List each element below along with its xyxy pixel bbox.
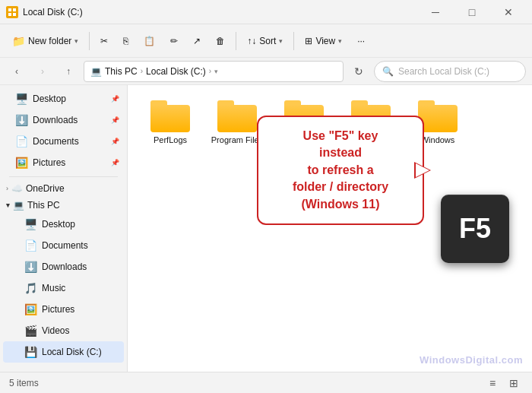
main-content: 🖥️ Desktop 📌 ⬇️ Downloads 📌 📄 Documents … xyxy=(0,85,532,372)
new-folder-button[interactable]: 📁 New folder ▾ xyxy=(6,29,84,53)
address-dropdown-chevron: ▾ xyxy=(214,68,218,75)
sidebar-item-downloads-pc-label: Downloads xyxy=(42,261,87,272)
forward-button[interactable]: › xyxy=(32,61,53,82)
sidebar-item-music-pc[interactable]: 🎵 Music xyxy=(3,277,124,299)
sidebar: 🖥️ Desktop 📌 ⬇️ Downloads 📌 📄 Documents … xyxy=(0,85,128,372)
pin-icon-4: 📌 xyxy=(111,159,119,166)
sidebar-item-pictures-pc[interactable]: 🖼️ Pictures xyxy=(3,299,124,320)
onedrive-label: OneDrive xyxy=(26,183,65,194)
back-button[interactable]: ‹ xyxy=(6,61,27,82)
window-title: Local Disk (C:) xyxy=(23,7,418,17)
copy-button[interactable]: ⎘ xyxy=(117,29,135,53)
callout-tooltip: Use "F5" key instead to refresh a folder… xyxy=(257,116,424,225)
svg-rect-0 xyxy=(8,8,11,11)
folder-label-perflogs: PerfLogs xyxy=(154,135,187,145)
f5-key: F5 xyxy=(441,195,509,263)
sort-button[interactable]: ↑↓ Sort ▾ xyxy=(241,29,289,53)
copy-icon: ⎘ xyxy=(123,36,128,46)
view-chevron: ▾ xyxy=(338,37,342,45)
sidebar-item-music-pc-label: Music xyxy=(42,283,65,293)
delete-icon: 🗑 xyxy=(216,36,225,46)
search-box[interactable]: 🔍 Search Local Disk (C:) xyxy=(374,61,526,82)
paste-button[interactable]: 📋 xyxy=(138,29,161,53)
toolbar: 📁 New folder ▾ ✂ ⎘ 📋 ✏ ↗ 🗑 ↑↓ Sort ▾ ⊞ V… xyxy=(0,24,532,58)
refresh-button[interactable]: ↻ xyxy=(348,61,369,82)
window-controls: ─ □ ✕ xyxy=(418,0,526,24)
sort-chevron: ▾ xyxy=(279,37,283,45)
sidebar-item-videos-pc-label: Videos xyxy=(42,325,69,336)
music-pc-icon: 🎵 xyxy=(24,282,37,294)
sidebar-item-videos-pc[interactable]: 🎬 Videos xyxy=(3,320,124,341)
sidebar-item-local-disk[interactable]: 💾 Local Disk (C:) xyxy=(3,341,124,363)
watermark: WindowsDigital.com xyxy=(420,354,523,366)
onedrive-icon: ☁️ xyxy=(11,183,23,194)
documents-icon: 📄 xyxy=(15,135,28,147)
downloads-icon: ⬇️ xyxy=(15,114,28,126)
pin-icon-2: 📌 xyxy=(111,116,119,124)
view-button[interactable]: ⊞ View ▾ xyxy=(299,29,348,53)
documents-pc-icon: 📄 xyxy=(24,239,37,252)
svg-rect-3 xyxy=(13,13,16,16)
sidebar-item-desktop-label: Desktop xyxy=(33,93,66,104)
cut-button[interactable]: ✂ xyxy=(94,29,114,53)
more-options-button[interactable]: ··· xyxy=(351,29,371,53)
folder-icon-program-files xyxy=(217,100,257,132)
this-pc-expand-arrow: ▾ xyxy=(6,201,10,209)
view-icon: ⊞ xyxy=(305,36,312,46)
grid-view-button[interactable]: ⊞ xyxy=(505,374,523,392)
cut-icon: ✂ xyxy=(100,36,108,46)
address-input[interactable]: 💻 This PC › Local Disk (C:) › ▾ xyxy=(84,61,344,82)
close-button[interactable]: ✕ xyxy=(491,0,526,24)
rename-button[interactable]: ✏ xyxy=(164,29,184,53)
file-area: PerfLogs Program Files Program Files (x8… xyxy=(128,85,532,372)
minimize-button[interactable]: ─ xyxy=(418,0,453,24)
sidebar-item-documents-pc[interactable]: 📄 Documents xyxy=(3,235,124,256)
folder-icon-perflogs xyxy=(150,100,190,132)
sidebar-item-desktop-pc-label: Desktop xyxy=(42,219,75,230)
share-button[interactable]: ↗ xyxy=(187,29,207,53)
pin-icon-3: 📌 xyxy=(111,138,119,145)
address-this-pc: This PC xyxy=(105,66,138,77)
onedrive-expand-arrow: › xyxy=(6,185,8,192)
search-icon: 🔍 xyxy=(382,66,394,77)
sidebar-onedrive[interactable]: › ☁️ OneDrive xyxy=(0,180,127,197)
list-view-button[interactable]: ≡ xyxy=(483,374,502,392)
svg-rect-1 xyxy=(13,8,16,11)
sidebar-item-downloads-pc[interactable]: ⬇️ Downloads xyxy=(3,256,124,277)
status-bar: 5 items ≡ ⊞ xyxy=(0,372,532,393)
search-placeholder: Search Local Disk (C:) xyxy=(398,66,489,77)
sort-icon: ↑↓ xyxy=(247,36,256,46)
sidebar-item-documents-pc-label: Documents xyxy=(42,240,88,251)
sidebar-item-desktop[interactable]: 🖥️ Desktop 📌 xyxy=(3,88,124,109)
address-chevron-1: › xyxy=(141,67,143,75)
sidebar-item-pictures[interactable]: 🖼️ Pictures 📌 xyxy=(3,152,124,173)
rename-icon: ✏ xyxy=(170,36,178,46)
items-count: 5 items xyxy=(9,378,39,388)
sidebar-this-pc[interactable]: ▾ 💻 This PC xyxy=(0,197,127,214)
sidebar-item-downloads[interactable]: ⬇️ Downloads 📌 xyxy=(3,109,124,131)
view-label: View xyxy=(315,36,335,46)
delete-button[interactable]: 🗑 xyxy=(210,29,231,53)
sidebar-item-pictures-pc-label: Pictures xyxy=(42,304,74,315)
pictures-pc-icon: 🖼️ xyxy=(24,303,37,315)
sidebar-item-local-disk-label: Local Disk (C:) xyxy=(42,347,102,357)
folder-label-windows: Windows xyxy=(421,135,455,145)
address-this-pc-icon: 💻 xyxy=(90,66,102,77)
up-button[interactable]: ↑ xyxy=(58,61,79,82)
maximize-button[interactable]: □ xyxy=(454,0,489,24)
sidebar-item-documents[interactable]: 📄 Documents 📌 xyxy=(3,131,124,152)
view-controls: ≡ ⊞ xyxy=(483,374,523,392)
sidebar-item-desktop-pc[interactable]: 🖥️ Desktop xyxy=(3,214,124,235)
sidebar-item-documents-label: Documents xyxy=(33,136,79,147)
more-options-icon: ··· xyxy=(357,36,365,46)
this-pc-icon: 💻 xyxy=(13,200,24,211)
callout-text: Use "F5" key instead to refresh a folder… xyxy=(293,129,388,211)
window-icon xyxy=(6,6,18,18)
address-bar: ‹ › ↑ 💻 This PC › Local Disk (C:) › ▾ ↻ … xyxy=(0,58,532,85)
paste-icon: 📋 xyxy=(144,36,155,46)
folder-perflogs[interactable]: PerfLogs xyxy=(140,97,201,158)
f5-key-label: F5 xyxy=(459,213,491,245)
toolbar-separator-2 xyxy=(236,32,236,50)
address-chevron-2: › xyxy=(209,67,211,75)
address-local-disk: Local Disk (C:) xyxy=(146,66,206,77)
